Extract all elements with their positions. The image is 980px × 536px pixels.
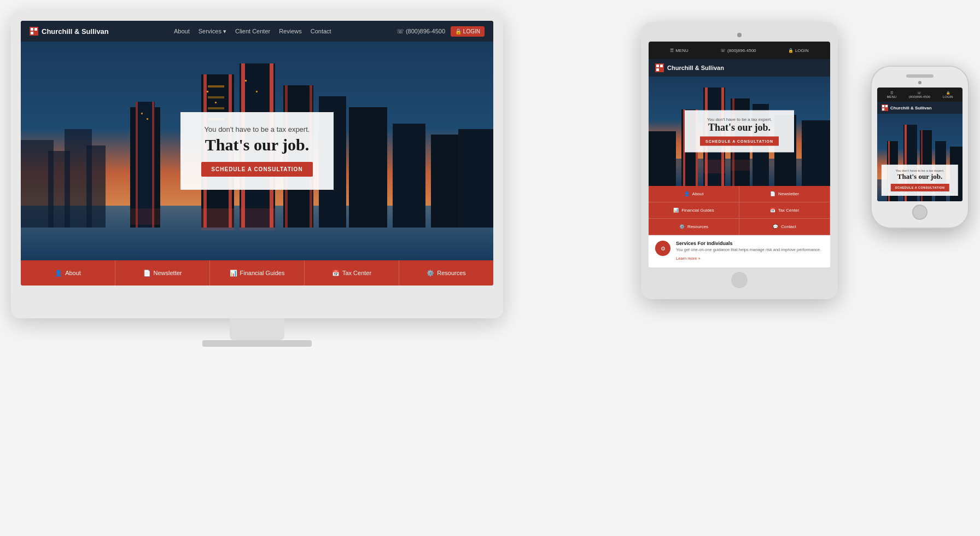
tablet-hero-subtitle: You don't have to be a tax expert. [693, 117, 785, 122]
tablet-logo-icon [655, 63, 664, 72]
monitor-frame: Churchill & Sullivan About Services ▾ Cl… [11, 11, 503, 318]
about-icon: 👤 [55, 270, 62, 277]
hero-overlay: You don't have to be a tax expert. That'… [180, 112, 334, 190]
tablet-newsletter-icon: 📄 [770, 191, 775, 196]
nav-about[interactable]: About [174, 28, 190, 34]
newsletter-icon: 📄 [143, 270, 151, 277]
tablet-grid-contact[interactable]: 💬 Contact [739, 219, 830, 235]
phone-hero: You don't have to be a tax expert. That'… [877, 114, 962, 201]
svg-rect-64 [885, 108, 888, 110]
svg-rect-40 [130, 208, 160, 225]
tablet-grid-about[interactable]: 👤 About [649, 186, 739, 202]
tablet-services-icon: ⚙ [655, 241, 670, 256]
bottom-nav-newsletter[interactable]: 📄 Newsletter [115, 260, 210, 286]
svg-rect-57 [802, 120, 830, 186]
bottom-nav-about[interactable]: 👤 About [21, 260, 115, 286]
tablet-about-icon: 👤 [684, 191, 690, 196]
svg-rect-38 [201, 208, 234, 230]
tablet-home-button[interactable] [731, 272, 748, 288]
tablet-cta-button[interactable]: SCHEDULE A CONSULTATION [700, 137, 779, 146]
svg-rect-1 [34, 28, 37, 31]
phone-speaker [906, 74, 934, 78]
hero-subtitle: You don't have to be a tax expert. [198, 125, 316, 133]
desktop-nav-links: About Services ▾ Client Center Reviews C… [174, 28, 331, 35]
phone-phone-item[interactable]: ☏ (800)896-4500 [909, 91, 930, 98]
tablet-login-item[interactable]: 🔒 LOGIN [788, 48, 809, 53]
nav-contact[interactable]: Contact [311, 28, 331, 34]
desktop-bottom-nav: 👤 About 📄 Newsletter 📊 Financial Guides … [21, 260, 493, 286]
phone-brand-name: Churchill & Sullivan [890, 106, 932, 110]
monitor-screen: Churchill & Sullivan About Services ▾ Cl… [21, 21, 493, 286]
svg-rect-19 [208, 107, 224, 109]
tablet-top-nav: ☰ MENU ☏ (800)896-4500 🔒 LOGIN [649, 42, 830, 59]
tablet-resources-icon: ⚙️ [679, 224, 685, 229]
svg-rect-36 [245, 80, 247, 81]
bottom-nav-resources[interactable]: ⚙️ Resources [399, 260, 493, 286]
svg-rect-33 [147, 118, 148, 120]
svg-rect-29 [393, 124, 425, 228]
bottom-nav-financial-guides[interactable]: 📊 Financial Guides [210, 260, 305, 286]
svg-rect-59 [703, 160, 725, 173]
tablet-hero-headline: That's our job. [693, 122, 785, 133]
desktop-hero: You don't have to be a tax expert. That'… [21, 42, 493, 260]
desktop-monitor: Churchill & Sullivan About Services ▾ Cl… [11, 11, 503, 347]
svg-rect-41 [656, 65, 659, 67]
hero-headline: That's our job. [198, 136, 316, 154]
tablet-financial-icon: 📊 [673, 208, 679, 213]
tablet-grid-tax-center[interactable]: 📅 Tax Center [739, 202, 830, 219]
svg-rect-63 [882, 108, 884, 110]
svg-rect-2 [31, 32, 33, 34]
tablet-services-description: You get one-on-one guidance that helps m… [676, 247, 821, 252]
svg-rect-3 [34, 32, 37, 34]
resources-icon: ⚙️ [427, 270, 434, 277]
svg-rect-17 [208, 85, 224, 88]
desktop-nav-right: ☏ (800)896-4500 🔒 LOGIN [396, 26, 485, 37]
phone-logo-bar: Churchill & Sullivan [877, 102, 962, 114]
nav-reviews[interactable]: Reviews [279, 28, 302, 34]
tablet-phone-item[interactable]: ☏ (800)896-4500 [720, 48, 756, 53]
tablet-camera [737, 33, 742, 37]
phone-camera [918, 81, 921, 84]
phone-login-item[interactable]: 🔒 LOGIN [943, 91, 953, 98]
svg-rect-44 [660, 68, 663, 71]
svg-rect-58 [649, 131, 676, 186]
svg-rect-37 [256, 91, 258, 92]
hero-cta-button[interactable]: SCHEDULE A CONSULTATION [201, 162, 312, 177]
tablet-contact-icon: 💬 [773, 224, 778, 229]
tablet-overlay: You don't have to be a tax expert. That'… [685, 110, 794, 153]
tablet-services-title: Services For Individuals [676, 241, 821, 246]
phone-home-button[interactable] [912, 205, 928, 220]
tax-center-icon: 📅 [332, 270, 340, 277]
phone-logo-icon [882, 104, 888, 111]
brand-name: Churchill & Sullivan [42, 27, 109, 36]
svg-rect-34 [207, 91, 208, 92]
tablet-grid-resources[interactable]: ⚙️ Resources [649, 219, 739, 235]
login-button[interactable]: 🔒 LOGIN [451, 26, 485, 37]
phone-menu-item[interactable]: ☰ MENU [886, 91, 896, 98]
tablet-menu-item[interactable]: ☰ MENU [670, 48, 689, 53]
bottom-nav-tax-center[interactable]: 📅 Tax Center [305, 260, 399, 286]
svg-rect-9 [86, 145, 106, 228]
tablet-learn-more-link[interactable]: Learn more » [676, 256, 701, 261]
tablet-grid-newsletter[interactable]: 📄 Newsletter [739, 186, 830, 202]
svg-rect-43 [656, 68, 659, 71]
phone-hero-headline: That's our job. [887, 172, 953, 181]
financial-guides-icon: 📊 [230, 270, 237, 277]
nav-services[interactable]: Services ▾ [199, 28, 226, 35]
svg-rect-31 [458, 129, 493, 228]
tablet-brand-name: Churchill & Sullivan [667, 65, 724, 71]
phone-cta-button[interactable]: SCHEDULE A CONSULTATION [891, 184, 949, 191]
tablet-screen: ☰ MENU ☏ (800)896-4500 🔒 LOGIN [649, 42, 830, 267]
svg-rect-35 [215, 102, 217, 103]
tablet-services-text: Services For Individuals You get one-on-… [676, 241, 821, 262]
svg-rect-28 [349, 107, 387, 228]
phone-frame: ☰ MENU ☏ (800)896-4500 🔒 LOGIN [871, 66, 969, 229]
nav-client-center[interactable]: Client Center [235, 28, 270, 34]
tablet-grid-financial[interactable]: 📊 Financial Guides [649, 202, 739, 219]
tablet-services-section: ⚙ Services For Individuals You get one-o… [649, 235, 830, 267]
tablet-hero: You don't have to be a tax expert. That'… [649, 77, 830, 186]
phone: ☰ MENU ☏ (800)896-4500 🔒 LOGIN [871, 66, 969, 229]
monitor-stand [230, 318, 284, 340]
svg-rect-18 [208, 96, 224, 98]
svg-rect-39 [240, 208, 275, 230]
